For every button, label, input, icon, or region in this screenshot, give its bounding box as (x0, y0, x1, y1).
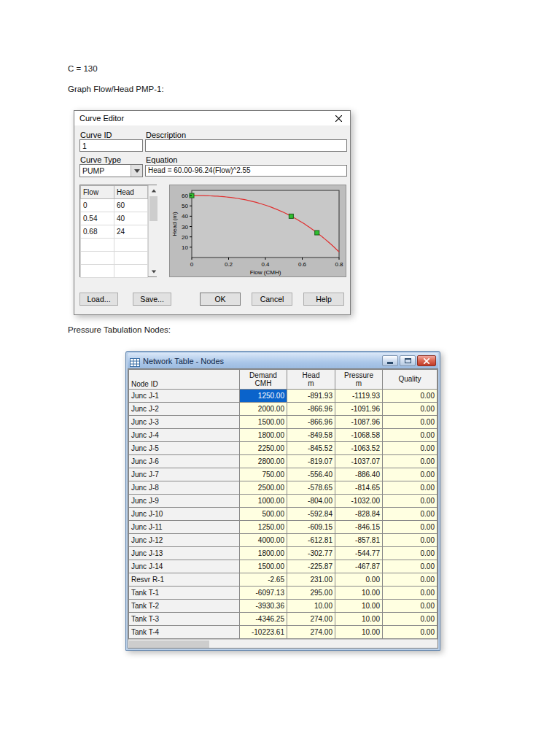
minimize-button[interactable] (382, 355, 398, 366)
value-cell[interactable]: -866.96 (287, 403, 335, 416)
value-cell[interactable]: -1119.93 (335, 390, 383, 403)
points-cell[interactable] (114, 239, 148, 252)
points-cell[interactable]: 24 (114, 225, 148, 239)
points-scrollbar[interactable] (148, 185, 158, 276)
ok-button[interactable]: OK (200, 293, 241, 306)
points-cell[interactable] (81, 265, 114, 278)
node-id-cell[interactable]: Junc J-1 (129, 390, 240, 403)
column-header[interactable]: Pressure m (335, 370, 383, 390)
points-cell[interactable]: 0 (81, 199, 114, 212)
value-cell[interactable]: -4346.25 (240, 613, 287, 626)
column-header[interactable]: Quality (383, 370, 438, 390)
value-cell[interactable]: -804.00 (287, 495, 335, 508)
node-id-cell[interactable]: Junc J-14 (129, 560, 240, 573)
value-cell[interactable]: 0.00 (383, 547, 438, 560)
value-cell[interactable]: 1800.00 (240, 547, 287, 560)
help-button[interactable]: Help (303, 293, 344, 306)
value-cell[interactable]: 0.00 (383, 442, 438, 455)
value-cell[interactable]: -866.96 (287, 416, 335, 429)
value-cell[interactable]: -845.52 (287, 442, 335, 455)
value-cell[interactable]: 0.00 (383, 508, 438, 521)
close-button[interactable] (417, 355, 436, 366)
value-cell[interactable]: 10.00 (287, 600, 335, 613)
value-cell[interactable]: 4000.00 (240, 534, 287, 547)
node-id-cell[interactable]: Tank T-1 (129, 587, 240, 600)
value-cell[interactable]: 0.00 (383, 521, 438, 534)
value-cell[interactable]: -578.65 (287, 481, 335, 495)
value-cell[interactable]: 2000.00 (240, 403, 287, 416)
value-cell[interactable]: 0.00 (383, 455, 438, 468)
value-cell[interactable]: 0.00 (383, 587, 438, 600)
value-cell[interactable]: -857.81 (335, 534, 383, 547)
node-id-cell[interactable]: Resvr R-1 (129, 573, 240, 587)
value-cell[interactable]: -1087.96 (335, 416, 383, 429)
value-cell[interactable]: -609.15 (287, 521, 335, 534)
value-cell[interactable]: 0.00 (335, 573, 383, 587)
value-cell[interactable]: -544.77 (335, 547, 383, 560)
scroll-up-button[interactable] (149, 185, 158, 196)
value-cell[interactable]: 2800.00 (240, 455, 287, 468)
value-cell[interactable]: -1068.58 (335, 429, 383, 442)
value-cell[interactable]: 0.00 (383, 495, 438, 508)
value-cell[interactable]: 1800.00 (240, 429, 287, 442)
combo-dropdown-button[interactable] (131, 165, 142, 177)
description-input[interactable] (145, 139, 347, 152)
scrollbar-thumb[interactable] (149, 196, 158, 221)
points-cell[interactable]: 0.68 (81, 225, 114, 239)
value-cell[interactable]: -592.84 (287, 508, 335, 521)
curve-id-input[interactable] (79, 139, 143, 152)
points-column-header[interactable]: Head (114, 186, 148, 199)
column-header[interactable]: Demand CMH (240, 370, 287, 390)
value-cell[interactable]: 0.00 (383, 481, 438, 495)
points-column-header[interactable]: Flow (81, 186, 114, 199)
value-cell[interactable]: 0.00 (383, 613, 438, 626)
node-id-cell[interactable]: Junc J-4 (129, 429, 240, 442)
node-id-cell[interactable]: Junc J-5 (129, 442, 240, 455)
value-cell[interactable]: -302.77 (287, 547, 335, 560)
node-id-cell[interactable]: Junc J-3 (129, 416, 240, 429)
value-cell[interactable]: -828.84 (335, 508, 383, 521)
value-cell[interactable]: 0.00 (383, 600, 438, 613)
points-cell[interactable]: 0.54 (81, 212, 114, 225)
value-cell[interactable]: 750.00 (240, 468, 287, 481)
node-id-cell[interactable]: Junc J-2 (129, 403, 240, 416)
value-cell[interactable]: -891.93 (287, 390, 335, 403)
value-cell[interactable]: 10.00 (335, 626, 383, 639)
value-cell[interactable]: -1063.52 (335, 442, 383, 455)
load-button[interactable]: Load... (79, 293, 118, 306)
value-cell[interactable]: -1037.07 (335, 455, 383, 468)
value-cell[interactable]: -10223.61 (240, 626, 287, 639)
value-cell[interactable]: -3930.36 (240, 600, 287, 613)
value-cell[interactable]: 295.00 (287, 587, 335, 600)
points-cell[interactable] (81, 252, 114, 265)
column-header[interactable]: Head m (287, 370, 335, 390)
value-cell[interactable]: 0.00 (383, 560, 438, 573)
node-id-cell[interactable]: Tank T-2 (129, 600, 240, 613)
node-id-cell[interactable]: Junc J-13 (129, 547, 240, 560)
value-cell[interactable]: -467.87 (335, 560, 383, 573)
value-cell[interactable]: -1091.96 (335, 403, 383, 416)
value-cell[interactable]: -819.07 (287, 455, 335, 468)
value-cell[interactable]: -2.65 (240, 573, 287, 587)
node-id-cell[interactable]: Tank T-3 (129, 613, 240, 626)
node-id-cell[interactable]: Tank T-4 (129, 626, 240, 639)
value-cell[interactable]: -6097.13 (240, 587, 287, 600)
value-cell[interactable]: -814.65 (335, 481, 383, 495)
value-cell[interactable]: 0.00 (383, 403, 438, 416)
value-cell[interactable]: 0.00 (383, 534, 438, 547)
horizontal-scrollbar[interactable] (128, 639, 438, 648)
value-cell[interactable]: 274.00 (287, 626, 335, 639)
maximize-button[interactable] (400, 355, 416, 366)
points-cell[interactable] (114, 252, 148, 265)
value-cell[interactable]: 2500.00 (240, 481, 287, 495)
scroll-down-button[interactable] (149, 266, 158, 276)
network-table-titlebar[interactable]: Network Table - Nodes (128, 353, 438, 368)
points-cell[interactable] (81, 239, 114, 252)
value-cell[interactable]: 231.00 (287, 573, 335, 587)
node-id-cell[interactable]: Junc J-12 (129, 534, 240, 547)
value-cell[interactable]: 1000.00 (240, 495, 287, 508)
value-cell[interactable]: -846.15 (335, 521, 383, 534)
node-id-cell[interactable]: Junc J-11 (129, 521, 240, 534)
value-cell[interactable]: 274.00 (287, 613, 335, 626)
value-cell[interactable]: 10.00 (335, 600, 383, 613)
